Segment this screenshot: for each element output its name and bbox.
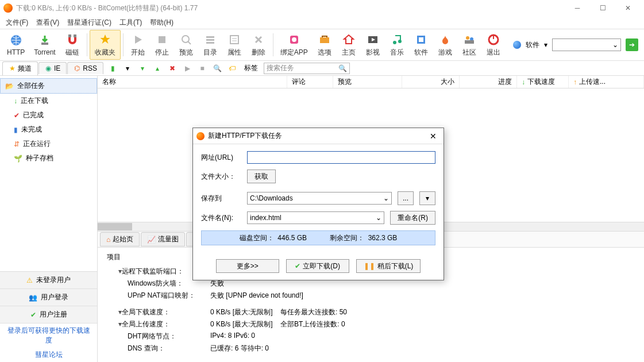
- saveto-menu-button[interactable]: ▾: [419, 191, 435, 205]
- tab-channel[interactable]: ★频道: [2, 61, 38, 75]
- sm-stop-icon[interactable]: ■: [196, 62, 209, 75]
- tab-rss[interactable]: ⌬RSS: [67, 62, 103, 74]
- tb-list[interactable]: 目录: [198, 30, 222, 60]
- maximize-button[interactable]: ☐: [590, 0, 615, 16]
- tb-software[interactable]: 软件: [409, 30, 433, 60]
- sidebar-incomplete[interactable]: ▮未完成: [0, 122, 97, 137]
- col-size[interactable]: 大小: [402, 76, 460, 88]
- dialog-title: 新建HTTP/FTP下载任务: [208, 131, 282, 141]
- saveto-label: 保存到: [201, 194, 241, 203]
- sm-dropdown-icon[interactable]: ▾: [121, 62, 134, 75]
- warning-icon: ⚠: [26, 276, 33, 284]
- tb-exit[interactable]: 退出: [481, 30, 506, 60]
- register-button[interactable]: ✔用户注册: [0, 306, 97, 324]
- col-progress[interactable]: 进度: [460, 76, 517, 88]
- gup-label[interactable]: 全局上传速度：: [107, 319, 210, 329]
- svg-rect-17: [419, 37, 423, 42]
- address-dropdown[interactable]: ⌄: [552, 38, 621, 51]
- globe-icon: [513, 41, 521, 49]
- download-later-button[interactable]: ❚❚稍后下载(L): [356, 259, 421, 273]
- get-size-button[interactable]: 获取: [247, 170, 276, 183]
- tb-favorites[interactable]: 收藏夹: [90, 30, 121, 60]
- btab-start[interactable]: ⌂起始页: [100, 232, 140, 247]
- tb-preview[interactable]: 预览: [174, 30, 198, 60]
- gdown-label[interactable]: 全局下载速度：: [107, 307, 210, 317]
- login-button[interactable]: 👥用户登录: [0, 289, 97, 306]
- close-button[interactable]: ✕: [615, 0, 641, 16]
- col-name[interactable]: 名称: [98, 76, 287, 88]
- tb-community[interactable]: 社区: [457, 30, 481, 60]
- rss-icon: ⌬: [74, 65, 80, 72]
- not-logged-label: ⚠未登录用户: [0, 272, 97, 289]
- dialog-close-button[interactable]: ✕: [426, 132, 440, 141]
- tb-magnet[interactable]: 磁链: [60, 30, 84, 60]
- search-icon[interactable]: 🔍: [338, 64, 347, 72]
- toolbar: HTTP Torrent 磁链 收藏夹 开始 停止 预览 目录 属性 删除 绑定…: [0, 29, 644, 61]
- col-preview[interactable]: 预览: [333, 76, 402, 88]
- chevron-down-icon: ⌄: [376, 214, 381, 222]
- minimize-button[interactable]: ─: [565, 0, 590, 16]
- software-label[interactable]: 软件: [526, 40, 539, 50]
- svg-point-11: [292, 37, 296, 42]
- tb-properties[interactable]: 属性: [222, 30, 246, 60]
- sidebar-downloading[interactable]: ↓正在下载: [0, 94, 97, 108]
- svg-rect-22: [493, 34, 494, 39]
- sidebar-all-tasks[interactable]: 📂全部任务: [0, 78, 97, 94]
- sidebar-completed[interactable]: ✔已完成: [0, 108, 97, 122]
- col-up[interactable]: ↑上传速...: [569, 76, 644, 88]
- tb-delete[interactable]: 删除: [246, 30, 271, 60]
- login-tip-link[interactable]: 登录后可获得更快的下载速度: [0, 324, 97, 348]
- dialog-icon: [196, 132, 205, 140]
- sm-search-icon[interactable]: 🔍: [211, 62, 223, 75]
- svg-rect-9: [230, 36, 238, 44]
- svg-rect-7: [206, 39, 214, 41]
- tb-torrent[interactable]: Torrent: [29, 30, 60, 60]
- dns-label: DNS 查询：: [107, 344, 210, 353]
- url-input[interactable]: [247, 151, 435, 164]
- menu-passport[interactable]: 彗星通行证(C): [64, 17, 115, 29]
- svg-rect-8: [206, 42, 214, 44]
- tb-games[interactable]: 游戏: [433, 30, 457, 60]
- tb-stop[interactable]: 停止: [150, 30, 174, 60]
- go-button[interactable]: ➔: [626, 38, 638, 51]
- tb-bindapp[interactable]: 绑定APP: [276, 30, 313, 60]
- rename-button[interactable]: 重命名(R): [390, 211, 435, 225]
- app-icon: [3, 3, 13, 13]
- menu-file[interactable]: 文件(F): [2, 17, 32, 29]
- tb-options[interactable]: 选项: [313, 30, 337, 60]
- sm-up-icon[interactable]: ▴: [151, 62, 164, 75]
- tab-ie[interactable]: ◉IE: [38, 62, 67, 74]
- menu-view[interactable]: 查看(V): [33, 17, 63, 29]
- sm-play-icon[interactable]: ▶: [181, 62, 194, 75]
- menu-help[interactable]: 帮助(H): [146, 17, 177, 29]
- search-tasks-input[interactable]: 搜索任务🔍: [264, 63, 350, 74]
- tb-http[interactable]: HTTP: [2, 30, 29, 60]
- menu-tools[interactable]: 工具(T): [116, 17, 145, 29]
- sm-down-icon[interactable]: ▾: [136, 62, 149, 75]
- sidebar-running[interactable]: ⇵正在运行: [0, 137, 97, 151]
- more-button[interactable]: 更多>>: [216, 259, 279, 273]
- chevron-down-icon: ⌄: [612, 41, 618, 49]
- col-comment[interactable]: 评论: [287, 76, 333, 88]
- sidebar-archive[interactable]: 🌱种子存档: [0, 151, 97, 165]
- col-down[interactable]: ↓下载速度: [517, 76, 569, 88]
- tag-label[interactable]: 标签: [241, 63, 261, 73]
- new-task-icon[interactable]: ▮: [106, 62, 119, 75]
- svg-rect-12: [320, 37, 329, 43]
- dropdown-arrow-icon[interactable]: ▾: [544, 41, 547, 49]
- tb-music[interactable]: 音乐: [385, 30, 409, 60]
- sm-del-icon[interactable]: ✖: [166, 62, 179, 75]
- browse-button[interactable]: ...: [398, 191, 414, 205]
- chevron-down-icon: ⌄: [383, 194, 389, 202]
- download-now-button[interactable]: ✔立即下载(D): [286, 259, 349, 273]
- tb-start[interactable]: 开始: [126, 30, 150, 60]
- saveto-dropdown[interactable]: C:\Downloads⌄: [247, 192, 392, 205]
- filename-dropdown[interactable]: index.html⌄: [247, 211, 384, 224]
- tb-home[interactable]: 主页: [337, 30, 361, 60]
- window-title: 下载:0 KB/s, 上传:0 KB/s - BitComet(比特彗星) (6…: [16, 3, 198, 13]
- svg-point-15: [398, 40, 402, 43]
- forum-link[interactable]: 彗星论坛: [0, 348, 97, 362]
- tb-video[interactable]: 影视: [361, 30, 385, 60]
- btab-traffic[interactable]: 📈流量图: [141, 232, 185, 247]
- tag-icon[interactable]: 🏷: [226, 62, 238, 75]
